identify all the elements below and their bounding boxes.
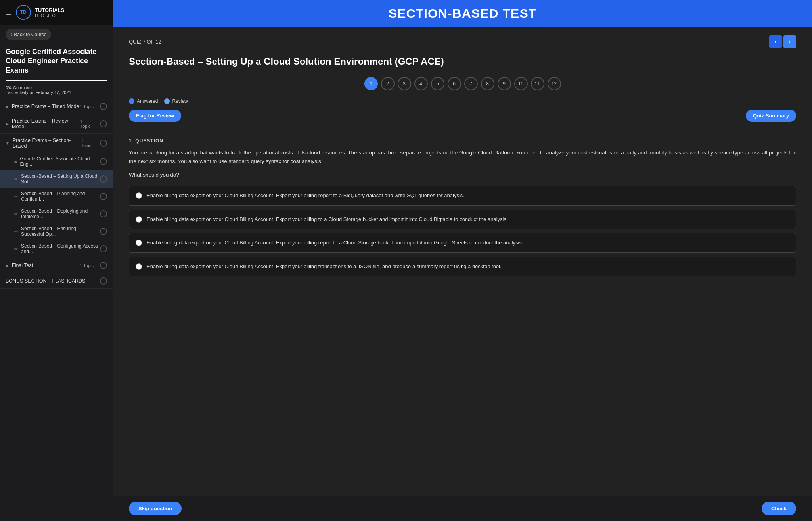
q-num-4[interactable]: 4 [414, 77, 428, 90]
q-num-3[interactable]: 3 [398, 77, 411, 90]
nav-section-bonus: BONUS SECTION – FLASHCARDS [0, 273, 113, 289]
nav-sub-planning-circle [100, 193, 107, 200]
nav-section-final-left: ▶ Final Test [6, 263, 33, 268]
nav-section-section-based: ▼ Practice Exams – Section-Based 1 Topic… [0, 134, 113, 258]
nav-timed-count: 1 Topic [80, 104, 94, 109]
q-num-10[interactable]: 10 [514, 77, 528, 90]
nav-sub-planning[interactable]: ✏ Section-Based – Planning and Configuri… [0, 188, 113, 205]
nav-bonus-circle [100, 277, 107, 285]
nav-sub-deploying-label: Section-Based – Deploying and Impleme... [21, 208, 100, 219]
nav-sub-configuring-circle [100, 245, 107, 252]
question-prompt: What should you do? [129, 172, 796, 178]
content-divider [129, 130, 796, 130]
option-a-text: Enable billing data export on your Cloud… [147, 192, 464, 200]
back-to-course-button[interactable]: Back to Course [6, 29, 51, 40]
radio-b[interactable] [136, 216, 142, 223]
sidebar-header: ☰ TD TUTORIALS D O J O [0, 0, 113, 25]
main-area: SECTION-BASED TEST QUIZ 7 OF 12 ‹ › Sect… [113, 0, 812, 521]
prev-button[interactable]: ‹ [769, 35, 782, 48]
q-num-1[interactable]: 1 [364, 77, 378, 90]
nav-section-final-header[interactable]: ▶ Final Test 1 Topic [0, 258, 113, 273]
nav-final-count: 1 Topic [80, 263, 94, 268]
content-area: QUIZ 7 OF 12 ‹ › Section-Based – Setting… [113, 27, 812, 496]
last-activity: Last activity on February 17, 2021 [6, 90, 107, 95]
edit-icon-setting-up: ✏ [14, 177, 18, 182]
q-num-9[interactable]: 9 [498, 77, 511, 90]
q-num-5[interactable]: 5 [431, 77, 444, 90]
quiz-summary-button[interactable]: Quiz Summary [746, 110, 796, 122]
triangle-icon-based: ▼ [6, 141, 10, 146]
brand-tutorials: TUTORIALS [35, 7, 64, 13]
option-c-text: Enable billing data export on your Cloud… [147, 239, 523, 247]
nav-review-circle [100, 120, 107, 127]
option-d[interactable]: Enable billing data export on your Cloud… [129, 257, 796, 277]
flag-for-review-button[interactable]: Flag for Review [129, 110, 181, 122]
logo-text: TD [20, 10, 27, 15]
answered-label: Answered [137, 98, 158, 104]
triangle-icon-final: ▶ [6, 263, 9, 268]
hamburger-icon[interactable]: ☰ [6, 8, 12, 17]
nav-section-review-left: ▶ Practice Exams – Review Mode [6, 118, 80, 129]
skip-button[interactable]: Skip question [129, 502, 182, 515]
nav-section-timed-left: ▶ Practice Exams – Timed Mode [6, 104, 79, 109]
section-banner: SECTION-BASED TEST [113, 0, 812, 27]
triangle-icon: ▶ [6, 104, 9, 109]
nav-sub-ensuring[interactable]: ✏ Section-Based – Ensuring Successful Op… [0, 223, 113, 240]
progress-info: 0% Complete Last activity on February 17… [0, 84, 113, 99]
nav-section-timed-header[interactable]: ▶ Practice Exams – Timed Mode 1 Topic [0, 99, 113, 114]
brand-dojo: D O J O [35, 13, 64, 18]
nav-sub-planning-label: Section-Based – Planning and Configuri..… [21, 191, 100, 202]
answered-dot [129, 98, 134, 104]
logo: TD [16, 5, 31, 20]
q-num-11[interactable]: 11 [531, 77, 544, 90]
nav-sub-setting-up-circle [100, 175, 107, 183]
nav-sub-deploying[interactable]: ✏ Section-Based – Deploying and Impleme.… [0, 205, 113, 223]
list-icon: ≡ [14, 159, 17, 164]
nav-sub-configuring-left: ✏ Section-Based – Configuring Access and… [14, 243, 100, 254]
radio-a[interactable] [136, 192, 142, 199]
legend-row: Answered Review [129, 98, 796, 104]
legend-answered: Answered [129, 98, 158, 104]
nav-section-bonus-left: BONUS SECTION – FLASHCARDS [6, 278, 85, 284]
question-text: You are working for a startup that wants… [129, 148, 796, 165]
edit-icon-deploying: ✏ [14, 211, 18, 217]
q-num-12[interactable]: 12 [548, 77, 561, 90]
option-b[interactable]: Enable billing data export on your Cloud… [129, 210, 796, 229]
triangle-icon-review: ▶ [6, 122, 9, 126]
nav-timed-label: Practice Exams – Timed Mode [12, 104, 79, 109]
nav-sub-gcp-ace[interactable]: ≡ Google Certified Associate Cloud Engi.… [0, 153, 113, 170]
nav-section-based-header[interactable]: ▼ Practice Exams – Section-Based 1 Topic [0, 134, 113, 153]
check-button[interactable]: Check [762, 502, 796, 515]
nav-section-based-left: ▼ Practice Exams – Section-Based [6, 138, 81, 149]
progress-percent: 0% Complete [6, 85, 107, 90]
nav-sub-setting-up-label: Section-Based – Setting Up a Cloud Sol..… [21, 173, 100, 185]
radio-c[interactable] [136, 240, 142, 246]
radio-d[interactable] [136, 263, 142, 270]
q-num-6[interactable]: 6 [448, 77, 461, 90]
nav-sub-planning-left: ✏ Section-Based – Planning and Configuri… [14, 191, 100, 202]
sidebar-nav: ▶ Practice Exams – Timed Mode 1 Topic ▶ … [0, 99, 113, 521]
option-c[interactable]: Enable billing data export on your Cloud… [129, 233, 796, 253]
review-dot [164, 98, 170, 104]
review-label: Review [172, 98, 188, 104]
nav-sub-deploying-circle [100, 210, 107, 217]
quiz-arrows: ‹ › [769, 35, 796, 48]
sidebar-divider [6, 80, 107, 81]
next-button[interactable]: › [783, 35, 796, 48]
nav-sub-setting-up[interactable]: ✏ Section-Based – Setting Up a Cloud Sol… [0, 170, 113, 188]
q-num-7[interactable]: 7 [464, 77, 478, 90]
nav-sub-configuring[interactable]: ✏ Section-Based – Configuring Access and… [0, 240, 113, 258]
option-a[interactable]: Enable billing data export on your Cloud… [129, 186, 796, 206]
nav-section-bonus-header[interactable]: BONUS SECTION – FLASHCARDS [0, 273, 113, 288]
nav-section-review-header[interactable]: ▶ Practice Exams – Review Mode 1 Topic [0, 114, 113, 133]
nav-sub-ensuring-label: Section-Based – Ensuring Successful Op..… [21, 226, 100, 237]
q-num-2[interactable]: 2 [381, 77, 395, 90]
edit-icon-ensuring: ✏ [14, 229, 18, 234]
nav-based-circle [100, 140, 107, 147]
q-num-8[interactable]: 8 [481, 77, 494, 90]
sidebar-back: Back to Course [0, 25, 113, 44]
edit-icon-planning: ✏ [14, 194, 18, 199]
course-title: Google Certified Associate Cloud Enginee… [0, 44, 113, 77]
option-d-text: Enable billing data export on your Cloud… [147, 263, 502, 271]
nav-review-count: 1 Topic [80, 119, 94, 129]
